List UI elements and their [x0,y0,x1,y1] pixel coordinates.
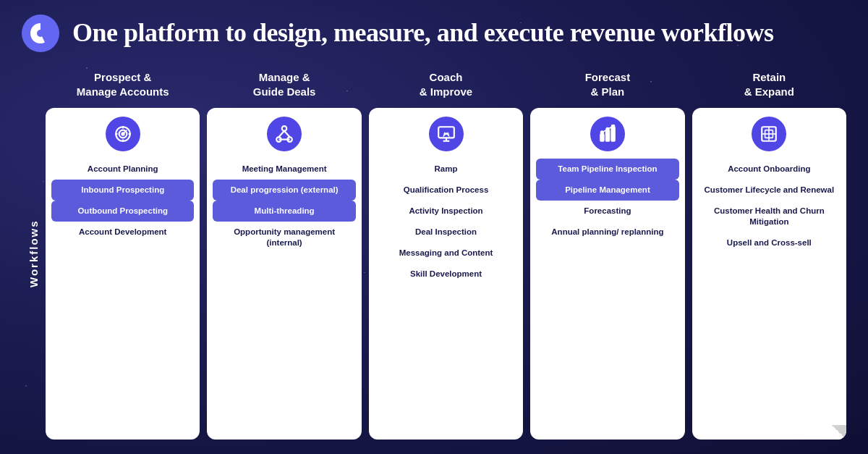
list-item: Meeting Management [213,159,355,180]
page-title: One platform to design, measure, and exe… [72,19,774,48]
workflow-items-retain: Account Onboarding Customer Lifecycle an… [698,159,841,253]
workflow-items-forecast: Team Pipeline Inspection Pipeline Manage… [536,159,678,243]
svg-rect-20 [611,127,614,141]
workflows-label: Workflows [22,68,46,440]
list-item: Opportunity management (internal) [213,222,355,253]
svg-point-22 [606,128,608,130]
network-icon [267,117,302,151]
list-item: Outbound Prospecting [51,201,194,222]
card-retain: Account Onboarding Customer Lifecycle an… [692,108,846,440]
list-item: Account Planning [51,159,194,180]
workflow-items-prospect: Account Planning Inbound Prospecting Out… [51,159,194,243]
workflow-items-coach: Ramp Qualification Process Activity Insp… [375,159,517,285]
col-header-prospect: Prospect &Manage Accounts [77,68,169,101]
header: One platform to design, measure, and exe… [22,14,846,52]
svg-rect-18 [600,134,603,141]
column-forecast: Forecast& Plan [530,68,684,440]
list-item: Forecasting [536,201,678,222]
list-item: Inbound Prospecting [51,180,194,201]
list-item: Customer Lifecycle and Renewal [698,180,841,201]
workflow-items-manage: Meeting Management Deal progression (ext… [213,159,355,253]
list-item: Pipeline Management [536,180,678,201]
svg-rect-19 [606,130,609,141]
list-item: Skill Development [375,264,517,285]
list-item: Messaging and Content [375,243,517,264]
card-manage: Meeting Management Deal progression (ext… [207,108,361,440]
list-item: Upsell and Cross-sell [698,232,841,253]
column-prospect: Prospect &Manage Accounts [46,68,200,440]
list-item: Deal Inspection [375,222,517,243]
box-icon [752,117,786,151]
svg-point-23 [612,125,614,127]
col-header-coach: Coach& Improve [420,68,472,101]
list-item: Annual planning/ replanning [536,222,678,243]
card-prospect: Account Planning Inbound Prospecting Out… [46,108,200,440]
col-header-forecast: Forecast& Plan [585,68,631,101]
target-icon [106,117,140,151]
monitor-icon [429,117,464,151]
list-item: Team Pipeline Inspection [536,159,678,180]
main-container: One platform to design, measure, and exe… [0,0,868,454]
list-item: Account Onboarding [698,159,841,180]
svg-line-12 [279,131,285,138]
column-coach: Coach& Improve Ramp [369,68,523,440]
list-item: Qualification Process [375,180,517,201]
chart-icon [590,117,625,151]
card-coach: Ramp Qualification Process Activity Insp… [369,108,523,440]
list-item: Ramp [375,159,517,180]
main-content: Workflows Prospect &Manage Accounts [22,68,846,440]
column-manage: Manage &Guide Deals [207,68,361,440]
svg-point-9 [282,126,287,131]
list-item: Deal progression (external) [213,180,355,201]
svg-point-21 [601,131,603,133]
logo-icon [22,14,59,52]
list-item: Multi-threading [213,201,355,222]
svg-point-1 [37,30,44,37]
list-item: Activity Inspection [375,201,517,222]
col-header-manage: Manage &Guide Deals [253,68,316,101]
col-header-retain: Retain& Expand [744,68,794,101]
card-forecast: Team Pipeline Inspection Pipeline Manage… [530,108,684,440]
list-item: Account Development [51,222,194,243]
list-item: Customer Health and Churn Mitigation [698,201,841,232]
svg-line-13 [284,131,290,138]
columns-area: Prospect &Manage Accounts [46,68,846,440]
column-retain: Retain& Expand Accou [692,68,846,440]
